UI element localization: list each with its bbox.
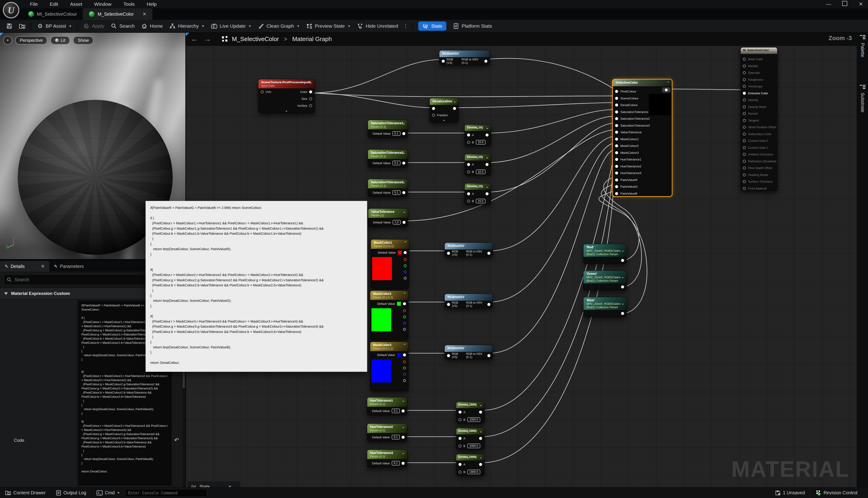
output-pin[interactable] (479, 411, 482, 414)
ambient-occlusion-pin[interactable] (743, 153, 746, 156)
preview-state-button[interactable]: Preview State▼ (306, 23, 351, 29)
default-value-box[interactable]: 0.1 (392, 161, 400, 165)
output-pin[interactable] (403, 302, 406, 305)
output-pin[interactable] (479, 463, 482, 466)
b-value-box[interactable]: 1000.0 (467, 470, 480, 474)
default-value-box[interactable]: 0.1 (392, 435, 400, 440)
fraction-pin[interactable] (432, 114, 435, 117)
output-pin[interactable] (621, 259, 624, 262)
world-position-offset-pin[interactable] (743, 126, 746, 129)
b-value-box[interactable]: 1000.0 (467, 417, 480, 422)
tab-details[interactable]: ✎ Details ✕ (0, 261, 49, 272)
chevron-down-icon[interactable]: ⌄ (402, 451, 405, 455)
output-pin[interactable] (487, 303, 490, 306)
color-swatch[interactable] (397, 250, 402, 255)
menu-asset[interactable]: Asset (70, 1, 82, 7)
chevron-down-icon[interactable]: ⌄ (479, 430, 482, 433)
output-pin[interactable] (402, 462, 405, 465)
chevron-up-icon[interactable]: ⌃ (404, 343, 406, 347)
chevron-down-icon[interactable]: ⌄ (453, 100, 456, 103)
input-pin[interactable] (447, 354, 450, 357)
chevron-down-icon[interactable]: ⌄ (310, 81, 312, 84)
b-pin[interactable] (403, 373, 406, 376)
reset-to-default-icon[interactable]: ↶ (174, 437, 179, 443)
anisotropy-pin[interactable] (743, 85, 746, 88)
forward-arrow-icon[interactable]: → (204, 35, 211, 43)
input-pin[interactable] (447, 252, 450, 255)
output-pin[interactable] (621, 286, 624, 288)
breadcrumb-asset[interactable]: M_SelectiveColor (232, 36, 279, 42)
tangent-pin[interactable] (743, 119, 746, 122)
output-log-button[interactable]: Output Log (51, 487, 92, 498)
back-arrow-icon[interactable]: ← (191, 35, 198, 43)
chevron-down-icon[interactable]: ⌄ (403, 181, 405, 184)
huetolerance2-pin[interactable] (615, 165, 618, 168)
r-pin[interactable] (403, 309, 406, 312)
b-pin[interactable] (459, 471, 462, 474)
search-input[interactable] (14, 277, 153, 283)
node-rgbtohsv-2[interactable]: RGBtoHSV RGB (V3) RGB to HSV (0-1) (445, 294, 493, 308)
node-maskcolor2[interactable]: MaskColor2 Param (0,1,0,1) ⌃ Default Val… (370, 290, 409, 340)
shading-model-pin[interactable] (743, 173, 746, 176)
b-pin[interactable] (459, 418, 462, 421)
g-pin[interactable] (403, 367, 406, 370)
substrate-tab[interactable]: Substrate (857, 85, 868, 113)
show-button[interactable]: Show (73, 36, 93, 44)
input-pin[interactable] (442, 60, 445, 63)
base-color-pin[interactable] (743, 58, 746, 61)
node-divide1000-3[interactable]: Divide(,1000) ⌄ A B1000.0 (456, 454, 485, 476)
input-pin[interactable] (447, 303, 450, 306)
default-value-box[interactable]: 1.0 (393, 220, 401, 225)
node-collection-red[interactable]: 'Red' MPC_Zone0_RGBSCalars (float1) Coll… (583, 244, 627, 264)
b-pin[interactable] (403, 322, 406, 325)
a-pin[interactable] (404, 277, 407, 280)
menu-tools[interactable]: Tools (123, 1, 135, 7)
menu-file[interactable]: File (30, 1, 38, 7)
desatcolour-pin[interactable] (615, 104, 618, 106)
chevron-down-icon[interactable]: ⌄ (486, 185, 488, 188)
paintvalueg-pin[interactable] (615, 185, 618, 188)
paintvalueb-pin[interactable] (615, 192, 618, 195)
console-command-input[interactable] (125, 489, 207, 497)
chevron-up-icon[interactable]: ⌃ (667, 81, 670, 84)
node-rgbtohsv-3[interactable]: RGBtoHSV RGB (V3) RGB to HSV (0-1) (445, 345, 493, 359)
a-pin[interactable] (467, 133, 470, 136)
g-pin[interactable] (404, 264, 407, 267)
chevron-down-icon[interactable]: ⌄ (479, 456, 482, 459)
chevron-down-icon[interactable]: ⌄ (621, 249, 624, 252)
palette-tab[interactable]: Palette (857, 35, 868, 57)
menu-window[interactable]: Window (94, 1, 111, 7)
size-pin[interactable] (309, 97, 312, 100)
chevron-down-icon[interactable]: ⌄ (403, 121, 405, 125)
node-desaturation[interactable]: Desaturation ⌄ Fraction ⌄ (430, 98, 459, 122)
menu-help[interactable]: Help (147, 1, 157, 7)
default-value-box[interactable]: 0.1 (392, 461, 400, 466)
output-pin[interactable] (402, 436, 405, 439)
minimize-button[interactable]: — (826, 1, 831, 7)
refraction-pin[interactable] (743, 160, 746, 163)
chevron-down-icon[interactable]: ⌄ (402, 399, 405, 402)
maskcolour2-pin[interactable] (615, 144, 618, 147)
live-update-button[interactable]: Live Update▼ (211, 23, 251, 29)
color-swatch[interactable] (397, 353, 401, 357)
chevron-down-icon[interactable]: ⌄ (486, 126, 488, 130)
chevron-down-icon[interactable]: ⌄ (402, 425, 405, 429)
browse-asset-icon[interactable] (19, 23, 25, 29)
node-divide10-3[interactable]: Divide(,10) ⌄ A B10.0 (464, 183, 491, 205)
expand-chevron-icon[interactable]: ⌄ (430, 118, 458, 122)
tab-close-icon[interactable]: ✕ (143, 11, 146, 17)
saturationtolerance2-pin[interactable] (615, 117, 618, 120)
restore-button[interactable] (842, 1, 848, 8)
output-pin[interactable] (484, 60, 487, 63)
saturationtolerance3-pin[interactable] (615, 124, 618, 127)
revision-control-button[interactable]: Revision Control (810, 487, 863, 498)
huetolerance1-pin[interactable] (615, 158, 618, 161)
color-pin[interactable] (309, 90, 312, 93)
pixel-depth-offset-pin[interactable] (743, 167, 746, 169)
b-pin[interactable] (467, 200, 470, 203)
stats-toggle-button[interactable]: i Stats (418, 22, 446, 31)
maskcolour1-pin[interactable] (615, 137, 618, 141)
output-pin[interactable] (486, 133, 488, 136)
hierarchy-button[interactable]: Hierarchy▼ (169, 23, 205, 29)
b-value-box[interactable]: 10.0 (476, 169, 486, 174)
